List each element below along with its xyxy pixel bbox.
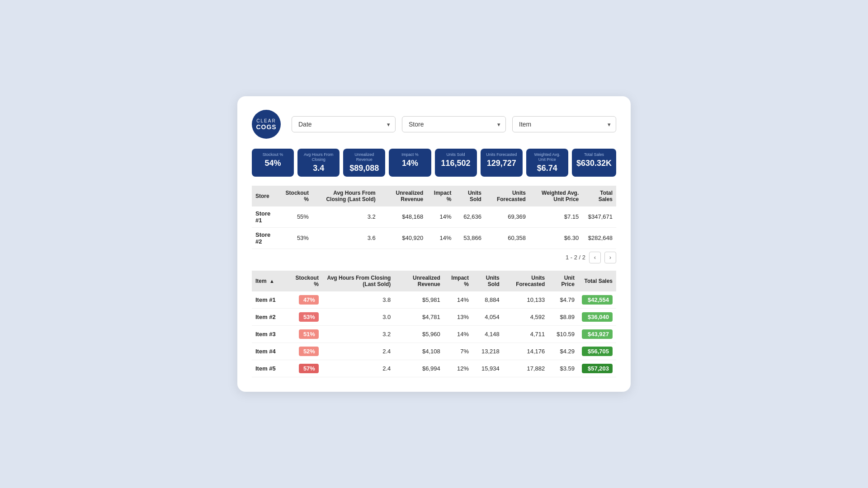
kpi-card-3: Impact % 14% [389, 149, 431, 177]
item-totalsales-0: $42,554 [578, 291, 616, 309]
main-card: CLEAR COGS Date Store Item Stockout % [237, 96, 631, 392]
item-cell-2-3: $5,960 [394, 325, 443, 343]
kpi-card-5: Units Forecasted 129,727 [481, 149, 523, 177]
item-col-header-0[interactable]: Item ▲ [252, 271, 288, 291]
item-cell-1-6: 4,592 [503, 308, 548, 325]
next-page-button[interactable]: › [604, 252, 616, 263]
kpi-value-3: 14% [393, 159, 426, 168]
store-col-header-2: Avg Hours From Closing (Last Sold) [312, 186, 379, 206]
item-stockout-0: 47% [288, 291, 322, 309]
store-filter-wrap: Store [402, 116, 506, 132]
item-cell-4-3: $6,994 [394, 360, 443, 377]
item-table-row: Item #253%3.0$4,78113%4,0544,592$8.89$36… [252, 308, 616, 325]
store-cell-1-5: 53,866 [455, 227, 485, 249]
item-col-header-1: Stockout % [288, 271, 322, 291]
item-name-2: Item #3 [252, 325, 288, 343]
store-table-row: Store #155%3.2$48,16814%62,63669,369$7.1… [252, 206, 616, 228]
item-name-3: Item #4 [252, 343, 288, 360]
item-stockout-2: 51% [288, 325, 322, 343]
date-filter[interactable]: Date [292, 116, 396, 132]
stockout-badge: 52% [299, 347, 319, 356]
logo: CLEAR COGS [252, 110, 281, 139]
store-cell-0-3: $48,168 [379, 206, 427, 228]
item-col-header-2: Avg Hours From Closing (Last Sold) [322, 271, 394, 291]
total-sales-badge: $43,927 [582, 329, 613, 339]
item-cell-2-7: $10.59 [548, 325, 578, 343]
total-sales-badge: $42,554 [582, 295, 613, 305]
kpi-label-7: Total Sales [576, 152, 612, 157]
item-totalsales-3: $56,705 [578, 343, 616, 360]
item-filter-wrap: Item [512, 116, 616, 132]
item-table-row: Item #351%3.2$5,96014%4,1484,711$10.59$4… [252, 325, 616, 343]
store-cell-0-8: $347,671 [582, 206, 616, 228]
store-cell-0-5: 62,636 [455, 206, 485, 228]
item-totalsales-4: $57,203 [578, 360, 616, 377]
kpi-label-6: Weighted Avg. Unit Price [531, 152, 564, 162]
item-cell-3-4: 7% [444, 343, 472, 360]
item-cell-1-3: $4,781 [394, 308, 443, 325]
item-cell-0-5: 8,884 [472, 291, 503, 309]
item-cell-3-6: 14,176 [503, 343, 548, 360]
store-col-header-8: Total Sales [582, 186, 616, 206]
header: CLEAR COGS Date Store Item [252, 110, 616, 139]
stockout-badge: 47% [299, 295, 319, 305]
store-cell-1-4: 14% [427, 227, 455, 249]
item-name-0: Item #1 [252, 291, 288, 309]
store-cell-0-6: 69,369 [485, 206, 529, 228]
store-col-header-0: Store [252, 186, 278, 206]
store-col-header-4: Impact % [427, 186, 455, 206]
stockout-badge: 51% [299, 329, 319, 339]
store-cell-1-8: $282,648 [582, 227, 616, 249]
item-table-row: Item #147%3.8$5,98114%8,88410,133$4.79$4… [252, 291, 616, 309]
item-cell-1-5: 4,054 [472, 308, 503, 325]
item-stockout-4: 57% [288, 360, 322, 377]
kpi-card-7: Total Sales $630.32K [572, 149, 616, 177]
item-table: Item ▲Stockout %Avg Hours From Closing (… [252, 271, 616, 377]
store-cell-1-2: 3.6 [312, 227, 379, 249]
store-col-header-6: Units Forecasted [485, 186, 529, 206]
pagination-label: 1 - 2 / 2 [566, 254, 585, 261]
total-sales-badge: $57,203 [582, 364, 613, 373]
item-stockout-1: 53% [288, 308, 322, 325]
item-col-header-8: Total Sales [578, 271, 616, 291]
item-totalsales-2: $43,927 [578, 325, 616, 343]
prev-page-button[interactable]: ‹ [589, 252, 601, 263]
item-name-4: Item #5 [252, 360, 288, 377]
store-col-header-7: Weighted Avg. Unit Price [529, 186, 582, 206]
item-cell-0-7: $4.79 [548, 291, 578, 309]
item-cell-1-7: $8.89 [548, 308, 578, 325]
stockout-badge: 57% [299, 364, 319, 373]
store-cell-1-6: 60,358 [485, 227, 529, 249]
item-filter[interactable]: Item [512, 116, 616, 132]
item-cell-4-7: $3.59 [548, 360, 578, 377]
item-cell-4-2: 2.4 [322, 360, 394, 377]
kpi-card-4: Units Sold 116,502 [435, 149, 477, 177]
store-table-row: Store #253%3.6$40,92014%53,86660,358$6.3… [252, 227, 616, 249]
store-cell-0-4: 14% [427, 206, 455, 228]
pagination: 1 - 2 / 2 ‹ › [252, 249, 616, 265]
item-col-header-4: Impact % [444, 271, 472, 291]
sort-arrow-icon: ▲ [269, 278, 274, 284]
item-table-wrap: Item ▲Stockout %Avg Hours From Closing (… [252, 271, 616, 377]
store-table: StoreStockout %Avg Hours From Closing (L… [252, 186, 616, 249]
item-name-1: Item #2 [252, 308, 288, 325]
item-cell-1-4: 13% [444, 308, 472, 325]
kpi-label-5: Units Forecasted [485, 152, 518, 157]
kpi-value-0: 54% [256, 159, 289, 168]
date-filter-wrap: Date [292, 116, 396, 132]
item-cell-2-6: 4,711 [503, 325, 548, 343]
total-sales-badge: $36,040 [582, 312, 613, 322]
kpi-label-0: Stockout % [256, 152, 289, 157]
item-cell-2-5: 4,148 [472, 325, 503, 343]
logo-clear: CLEAR [256, 118, 276, 123]
item-table-row: Item #557%2.4$6,99412%15,93417,882$3.59$… [252, 360, 616, 377]
store-filter[interactable]: Store [402, 116, 506, 132]
kpi-card-2: Unrealized Revenue $89,088 [343, 149, 385, 177]
item-cell-0-6: 10,133 [503, 291, 548, 309]
item-col-header-6: Units Forecasted [503, 271, 548, 291]
kpi-value-2: $89,088 [348, 164, 381, 173]
item-cell-4-5: 15,934 [472, 360, 503, 377]
kpi-label-3: Impact % [393, 152, 426, 157]
kpi-label-2: Unrealized Revenue [348, 152, 381, 162]
item-cell-3-2: 2.4 [322, 343, 394, 360]
